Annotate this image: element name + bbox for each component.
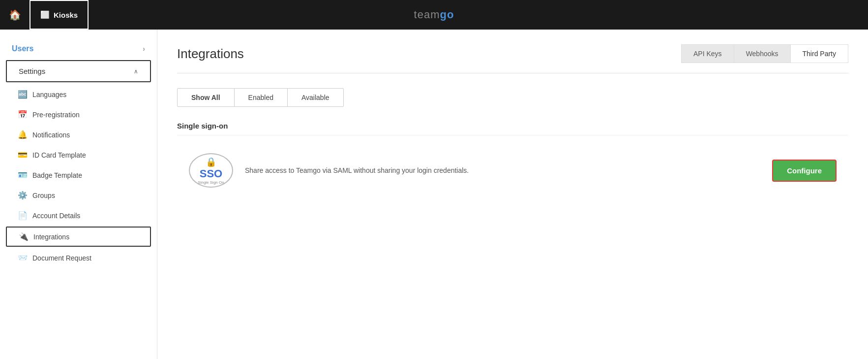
sidebar-label-notifications: Notifications	[32, 131, 70, 139]
sso-card: 🔒 SSO Single Sign On Share access to Tea…	[177, 143, 848, 197]
top-nav: 🏠 ⬜ Kiosks teamgo	[0, 0, 868, 30]
users-label: Users	[12, 44, 33, 53]
sidebar-label-idcard: ID Card Template	[32, 151, 86, 159]
sidebar-item-groups[interactable]: ⚙️ Groups	[0, 185, 157, 205]
sso-text: SSO	[200, 167, 222, 180]
integrations-header: Integrations API Keys Webhooks Third Par…	[177, 44, 848, 73]
filter-enabled[interactable]: Enabled	[234, 88, 288, 107]
idcard-icon: 💳	[18, 150, 28, 160]
account-icon: 📄	[18, 211, 28, 220]
sidebar-subitems: 🔤 Languages 📅 Pre-registration 🔔 Notific…	[0, 84, 157, 268]
sidebar-label-preregistration: Pre-registration	[32, 111, 80, 119]
content-inner: Integrations API Keys Webhooks Third Par…	[157, 30, 868, 359]
sso-logo: 🔒 SSO Single Sign On	[189, 153, 233, 188]
configure-label: Configure	[787, 166, 822, 175]
configure-button[interactable]: Configure	[772, 160, 837, 182]
tab-webhooks[interactable]: Webhooks	[734, 45, 791, 63]
logo-go: go	[440, 8, 454, 21]
section-title: Single sign-on	[177, 122, 848, 135]
integrations-icon: 🔌	[19, 232, 29, 241]
home-button[interactable]: 🏠	[0, 0, 30, 30]
tab-thirdparty[interactable]: Third Party	[791, 45, 848, 63]
document-icon: 📨	[18, 253, 28, 262]
sidebar-item-notifications[interactable]: 🔔 Notifications	[0, 125, 157, 145]
sidebar-item-account[interactable]: 📄 Account Details	[0, 205, 157, 226]
languages-icon: 🔤	[18, 90, 28, 99]
logo-team: team	[414, 8, 440, 21]
sidebar-label-languages: Languages	[32, 91, 66, 98]
sso-description: Share access to Teamgo via SAML without …	[245, 166, 760, 174]
sso-subtext: Single Sign On	[198, 180, 224, 185]
filter-available-label: Available	[301, 94, 329, 101]
home-icon: 🏠	[9, 9, 21, 21]
filter-group: Show All Enabled Available	[177, 88, 848, 107]
sidebar-item-idcard[interactable]: 💳 ID Card Template	[0, 145, 157, 165]
kiosks-button[interactable]: ⬜ Kiosks	[30, 0, 89, 30]
kiosks-icon: ⬜	[40, 10, 50, 19]
users-chevron-right-icon: ›	[143, 45, 145, 53]
preregistration-icon: 📅	[18, 110, 28, 119]
sidebar-label-integrations: Integrations	[33, 233, 69, 241]
tab-thirdparty-label: Third Party	[803, 50, 836, 58]
groups-icon: ⚙️	[18, 191, 28, 200]
filter-showall-label: Show All	[191, 94, 220, 101]
tab-apikeys[interactable]: API Keys	[682, 45, 734, 63]
sidebar-item-users[interactable]: Users ›	[0, 39, 157, 58]
tab-apikeys-label: API Keys	[693, 50, 722, 58]
sidebar-label-account: Account Details	[32, 212, 80, 220]
filter-available[interactable]: Available	[287, 88, 344, 107]
kiosks-label: Kiosks	[54, 11, 78, 19]
sidebar-item-integrations[interactable]: 🔌 Integrations	[6, 227, 151, 247]
tab-webhooks-label: Webhooks	[746, 50, 778, 58]
tab-group: API Keys Webhooks Third Party	[681, 44, 848, 63]
sidebar-item-preregistration[interactable]: 📅 Pre-registration	[0, 104, 157, 125]
settings-label: Settings	[19, 67, 45, 75]
sidebar-item-settings[interactable]: Settings ∧	[6, 60, 151, 82]
filter-enabled-label: Enabled	[248, 94, 273, 101]
settings-chevron-up-icon: ∧	[134, 68, 138, 75]
sidebar-label-badge: Badge Template	[32, 171, 82, 179]
notifications-icon: 🔔	[18, 130, 28, 139]
sidebar-label-groups: Groups	[32, 192, 55, 199]
app-layout: Users › Settings ∧ 🔤 Languages 📅 Pre-reg…	[0, 30, 868, 359]
sidebar-item-badge[interactable]: 🪪 Badge Template	[0, 165, 157, 185]
sidebar: Users › Settings ∧ 🔤 Languages 📅 Pre-reg…	[0, 30, 157, 359]
badge-icon: 🪪	[18, 170, 28, 180]
sso-lock-icon: 🔒	[206, 157, 216, 167]
app-logo: teamgo	[414, 8, 454, 21]
sidebar-item-languages[interactable]: 🔤 Languages	[0, 84, 157, 104]
sidebar-item-document[interactable]: 📨 Document Request	[0, 248, 157, 268]
filter-showall[interactable]: Show All	[177, 88, 235, 107]
main-content: Integrations API Keys Webhooks Third Par…	[157, 30, 868, 359]
sidebar-label-document: Document Request	[32, 254, 91, 262]
page-title: Integrations	[177, 46, 244, 62]
